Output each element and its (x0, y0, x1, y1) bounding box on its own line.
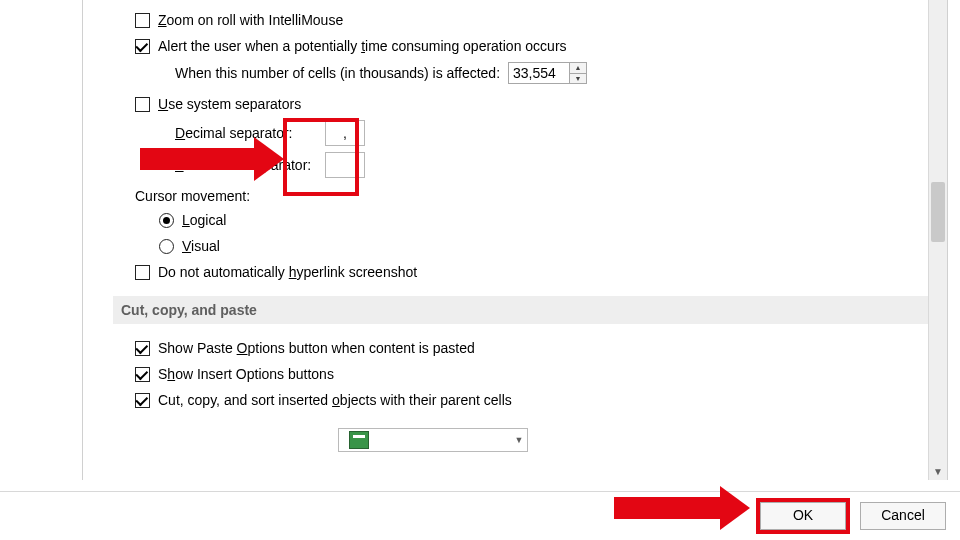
row-no-auto-hyperlink: Do not automatically hyperlink screensho… (135, 262, 929, 282)
chevron-down-icon: ▼ (514, 435, 523, 445)
scroll-up-icon[interactable] (929, 0, 947, 16)
row-alert-time: Alert the user when a potentially time c… (135, 36, 929, 56)
label-zoom-on-roll: Zoom on roll with IntelliMouse (158, 10, 343, 30)
section-cut-copy-paste: Cut, copy, and paste (113, 296, 929, 324)
vertical-scrollbar[interactable]: ▼ (928, 0, 947, 480)
scroll-down-icon[interactable]: ▼ (929, 464, 947, 480)
row-cursor-visual: Visual (159, 236, 929, 256)
row-show-insert-options: Show Insert Options buttons (135, 364, 929, 384)
radio-cursor-visual[interactable] (159, 239, 174, 254)
row-thousands-separator: Thousands separator: (175, 152, 929, 178)
cancel-button[interactable]: Cancel (860, 502, 946, 530)
row-zoom-on-roll: Zoom on roll with IntelliMouse (135, 10, 929, 30)
checkbox-cut-copy-sort-objects[interactable] (135, 393, 150, 408)
label-cursor-visual: Visual (182, 236, 220, 256)
row-show-paste-options: Show Paste Options button when content i… (135, 338, 929, 358)
label-cursor-logical: Logical (182, 210, 226, 230)
checkbox-alert-time[interactable] (135, 39, 150, 54)
scroll-thumb[interactable] (931, 182, 945, 242)
spin-up-icon[interactable]: ▲ (570, 63, 586, 73)
row-cursor-logical: Logical (159, 210, 929, 230)
radio-cursor-logical[interactable] (159, 213, 174, 228)
spin-down-icon[interactable]: ▼ (570, 73, 586, 84)
label-use-system-separators: Use system separators (158, 94, 301, 114)
checkbox-show-paste-options[interactable] (135, 341, 150, 356)
row-partial-image-size: Image Size and Quality Book1 ▼ (113, 428, 929, 452)
options-panel: Zoom on roll with IntelliMouse Alert the… (82, 0, 948, 480)
label-cut-copy-sort-objects: Cut, copy, and sort inserted objects wit… (158, 390, 512, 410)
dialog-button-bar: OK Cancel (0, 491, 960, 540)
label-decimal-separator: Decimal separator: (175, 123, 325, 143)
row-decimal-separator: Decimal separator: (175, 120, 929, 146)
combo-workbook[interactable]: Book1 ▼ (338, 428, 529, 452)
label-show-paste-options: Show Paste Options button when content i… (158, 338, 475, 358)
label-cursor-movement: Cursor movement: (135, 188, 929, 204)
label-thousands-separator: Thousands separator: (175, 155, 325, 175)
label-show-insert-options: Show Insert Options buttons (158, 364, 334, 384)
row-cells-affected: When this number of cells (in thousands)… (175, 62, 929, 84)
checkbox-no-auto-hyperlink[interactable] (135, 265, 150, 280)
label-alert-time: Alert the user when a potentially time c… (158, 36, 567, 56)
ok-button[interactable]: OK (760, 502, 846, 530)
row-use-system-separators: Use system separators (135, 94, 929, 114)
input-cells-affected[interactable] (508, 62, 569, 84)
label-cells-affected: When this number of cells (in thousands)… (175, 63, 500, 83)
checkbox-zoom-on-roll[interactable] (135, 13, 150, 28)
input-decimal-separator[interactable] (325, 120, 365, 146)
checkbox-show-insert-options[interactable] (135, 367, 150, 382)
label-no-auto-hyperlink: Do not automatically hyperlink screensho… (158, 262, 417, 282)
spinner-cells-affected: ▲ ▼ (508, 62, 587, 84)
checkbox-use-system-separators[interactable] (135, 97, 150, 112)
row-cut-copy-sort-objects: Cut, copy, and sort inserted objects wit… (135, 390, 929, 410)
annotation-highlight-ok: OK (756, 498, 850, 534)
input-thousands-separator[interactable] (325, 152, 365, 178)
book-icon (349, 431, 369, 449)
